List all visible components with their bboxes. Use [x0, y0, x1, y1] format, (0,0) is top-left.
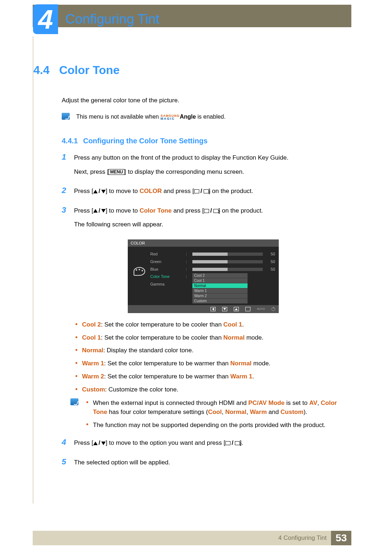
t: ] to move to	[106, 207, 140, 214]
step-body: Press [/] to move to Color Tone and pres…	[74, 206, 263, 234]
rect-arrow-icon	[235, 441, 240, 445]
e: mode.	[245, 334, 264, 341]
step-body: Press [/] to move to the option you want…	[74, 438, 243, 452]
k: AV	[309, 399, 317, 406]
menu-button-icon: MENU	[109, 169, 124, 175]
step1-line1: Press any button on the front of the pro…	[74, 153, 289, 163]
t: : Set the color temperature to be warmer…	[104, 360, 230, 367]
enter-icon: /	[225, 438, 240, 448]
k: Warm 1	[82, 360, 104, 367]
rect-icon	[204, 209, 209, 213]
step-number: 5	[62, 458, 68, 472]
triangle-up-icon	[93, 209, 98, 213]
osd-labels: Red Green Blue Color Tone Gamma	[150, 250, 183, 304]
note1-prefix: This menu is not available when	[76, 114, 160, 120]
step-body: The selected option will be applied.	[74, 458, 170, 472]
chapter-title: Configuring Tint	[65, 12, 159, 27]
bullet-custom: Custom: Customize the color tone.	[74, 385, 348, 394]
bullet-warm2: Warm 2: Set the color temperature to be …	[74, 372, 348, 381]
k: Cool 1	[82, 334, 101, 341]
samsung-magic-logo: SAMSUNGMAGIC	[160, 114, 180, 120]
osd-label-red: Red	[150, 250, 183, 258]
osd-auto-text: AUTO	[257, 307, 265, 311]
bullet-cool2: Cool 2: Set the color temperature to be …	[74, 320, 348, 329]
rect-icon	[225, 441, 230, 445]
osd-footer: AUTO	[128, 305, 279, 313]
osd-option-cool1: Cool 1	[192, 278, 248, 283]
subsection-number: 4.4.1	[62, 137, 78, 145]
t: ,	[222, 409, 225, 415]
k: Normal	[82, 347, 103, 354]
osd-slider-green: 50	[192, 258, 275, 266]
enter-icon: /	[204, 206, 219, 216]
k: Cool	[208, 409, 222, 415]
t: ] on the product.	[219, 207, 263, 214]
triangle-down-icon	[101, 442, 106, 445]
step-body: Press [/] to move to COLOR and press [/]…	[74, 186, 253, 201]
osd-icon-column	[131, 250, 147, 304]
slash: /	[98, 206, 101, 216]
t: : Set the color temperature to be warmer…	[104, 373, 230, 380]
osd-option-warm1: Warm 1	[192, 288, 248, 294]
step2-text: Press [/] to move to COLOR and press [/]…	[74, 186, 253, 196]
step-number: 3	[62, 206, 68, 234]
slash: /	[98, 186, 101, 196]
osd-label-colortone: Color Tone	[150, 273, 183, 280]
osd-colons: ::::	[186, 250, 189, 304]
steps-list: 1 Press any button on the front of the p…	[62, 153, 348, 234]
chapter-badge: 4	[33, 4, 58, 34]
magic-text: MAGIC	[160, 117, 180, 120]
rect-arrow-icon	[204, 189, 209, 193]
k: Normal	[225, 409, 246, 415]
slider-value: 50	[266, 267, 275, 271]
slider-bar	[192, 253, 263, 256]
step5-text: The selected option will be applied.	[74, 458, 170, 467]
e: .	[242, 321, 244, 328]
slash: /	[231, 438, 234, 448]
osd-down-icon	[222, 307, 227, 311]
t: : Set the color temperature to be cooler…	[101, 334, 223, 341]
t: ).	[303, 409, 307, 415]
step-number: 1	[62, 153, 68, 181]
t: and press [	[162, 188, 194, 194]
step3-line1: Press [/] to move to Color Tone and pres…	[74, 206, 263, 216]
osd-title: COLOR	[128, 239, 279, 247]
content-area: 4.4 Color Tone Adjust the general color …	[33, 63, 352, 477]
step-4: 4 Press [/] to move to the option you wa…	[62, 438, 348, 452]
angle-text: Angle	[180, 114, 196, 120]
triangle-up-icon	[93, 442, 98, 445]
osd-option-cool2: Cool 2	[192, 273, 248, 278]
note-icon	[62, 113, 70, 120]
slash: /	[200, 186, 203, 196]
note2-list: When the external input is connected thr…	[85, 398, 348, 434]
t: : Customize the color tone.	[105, 386, 178, 393]
r: Normal	[223, 334, 245, 341]
r: Normal	[230, 360, 252, 367]
osd-power-icon	[271, 307, 275, 311]
options-list: Cool 2: Set the color temperature to be …	[74, 320, 348, 394]
osd-slider-blue: 50	[192, 266, 275, 273]
osd-enter-icon	[245, 307, 250, 311]
step-5: 5 The selected option will be applied.	[62, 458, 348, 472]
t: ,	[246, 409, 250, 415]
subsection-heading: 4.4.1 Configuring the Color Tone Setting…	[62, 137, 348, 145]
enter-icon: /	[194, 186, 209, 196]
k: Cool 2	[82, 321, 101, 328]
osd-screenshot: COLOR Red Green Blue Color Tone Gamma ::…	[128, 239, 279, 313]
e: .	[252, 373, 254, 380]
note-row-1: This menu is not available when SAMSUNGM…	[62, 113, 348, 121]
slash: /	[210, 206, 213, 216]
step1-line2: Next, press [MENU] to display the corres…	[74, 167, 289, 177]
note2-item1: When the external input is connected thr…	[85, 398, 348, 417]
slash: /	[98, 438, 101, 448]
step-2: 2 Press [/] to move to COLOR and press […	[62, 186, 348, 201]
t: : Display the standard color tone.	[103, 347, 194, 354]
t: : Set the color temperature to be cooler…	[101, 321, 223, 328]
osd-label-green: Green	[150, 258, 183, 266]
steps-list-tail: 4 Press [/] to move to the option you wa…	[62, 438, 348, 472]
manual-page: 4 Configuring Tint 4.4 Color Tone Adjust…	[0, 0, 392, 554]
page-number: 53	[331, 531, 351, 545]
t: ] to move to the option you want and pre…	[106, 439, 225, 446]
note-text-1: This menu is not available when SAMSUNGM…	[76, 113, 225, 121]
palette-icon	[134, 267, 145, 276]
